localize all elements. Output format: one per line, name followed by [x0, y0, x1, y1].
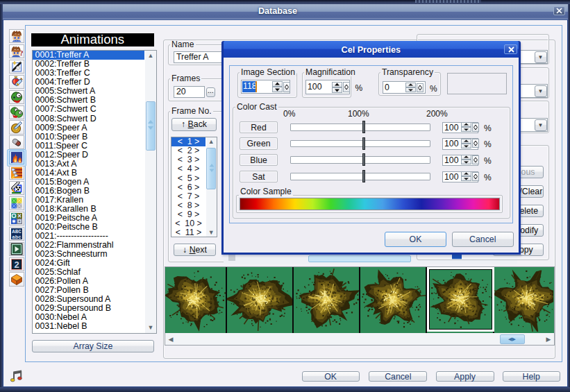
svg-text:2: 2: [14, 259, 19, 270]
svg-text:abc: abc: [12, 234, 21, 239]
svg-text:?: ?: [19, 49, 23, 57]
